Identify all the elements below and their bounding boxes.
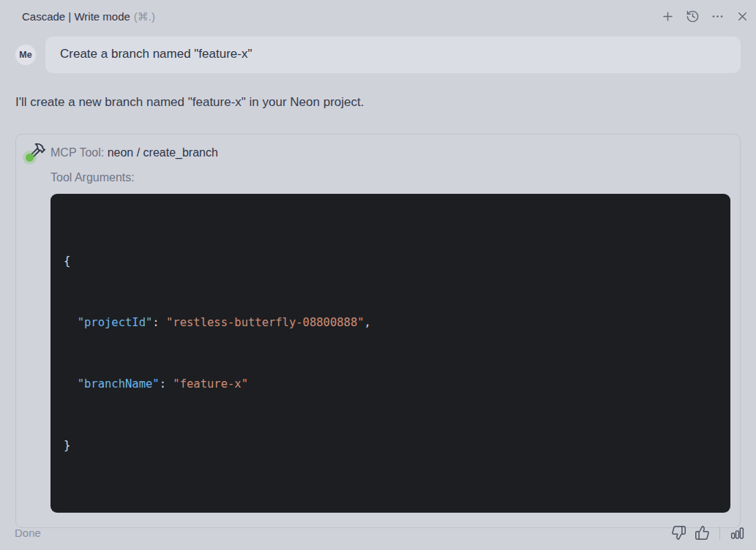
more-options-button[interactable] [710,9,725,24]
code-sep: : [160,377,173,391]
footer-divider [719,527,720,540]
code-key-branchname: "branchName" [78,377,160,391]
code-line-close: } [64,435,717,456]
code-value-branchname: "feature-x" [173,377,248,391]
code-sep: : [152,316,166,329]
new-conversation-button[interactable] [660,9,675,24]
result-intro-text: Perfect! I've created a new branch with … [16,548,741,550]
thumbs-down-icon [671,525,686,540]
tool-name: neon / create_branch [108,146,218,159]
code-close-brace: } [64,439,70,452]
code-comma: , [364,316,371,329]
close-button[interactable] [735,9,750,24]
tool-arguments-code-block: { "projectId": "restless-butterfly-08800… [50,194,730,513]
tool-status-dot-icon [26,154,34,162]
close-icon [736,10,749,23]
user-message-row: Me Create a branch named "feature-x" [15,37,741,73]
history-button[interactable] [685,9,700,24]
message-footer: Done [15,524,746,541]
mode-shortcut: (⌘.) [134,10,155,23]
mcp-tool-card: MCP Tool: neon / create_branch Tool Argu… [15,134,741,528]
app-title: Cascade | Write mode [22,10,130,23]
tool-arguments-label: Tool Arguments: [50,171,730,184]
code-line-projectid: "projectId": "restless-butterfly-0880088… [64,312,717,333]
more-icon [711,10,725,23]
usage-stats-button[interactable] [729,524,746,541]
code-line-branchname: "branchName": "feature-x" [64,374,717,394]
mcp-tool-header[interactable]: MCP Tool: neon / create_branch [26,141,730,163]
history-icon [686,10,700,23]
thumbs-up-icon [695,525,710,540]
titlebar-actions [660,9,750,24]
feedback-actions [670,524,746,541]
bar-chart-icon [730,525,745,540]
code-line-open: { [64,251,717,271]
code-open-brace: { [64,255,70,268]
thumbs-up-button[interactable] [694,524,711,541]
user-avatar: Me [15,45,36,65]
chat-area: Me Create a branch named "feature-x" I'l… [0,37,756,550]
tool-title: MCP Tool: neon / create_branch [50,145,218,159]
plus-icon [661,10,675,23]
code-value-projectid: "restless-butterfly-08800888" [166,316,364,329]
tool-label: MCP Tool: [50,146,104,159]
code-key-projectid: "projectId" [78,316,153,329]
tool-icon-wrap [26,141,46,163]
titlebar: Cascade | Write mode(⌘.) [0,0,756,28]
status-text: Done [15,527,41,539]
window-title: Cascade | Write mode(⌘.) [22,10,155,23]
assistant-intro-text: I'll create a new branch named "feature-… [15,94,741,112]
user-message-bubble: Create a branch named "feature-x" [45,37,741,73]
thumbs-down-button[interactable] [670,524,687,541]
